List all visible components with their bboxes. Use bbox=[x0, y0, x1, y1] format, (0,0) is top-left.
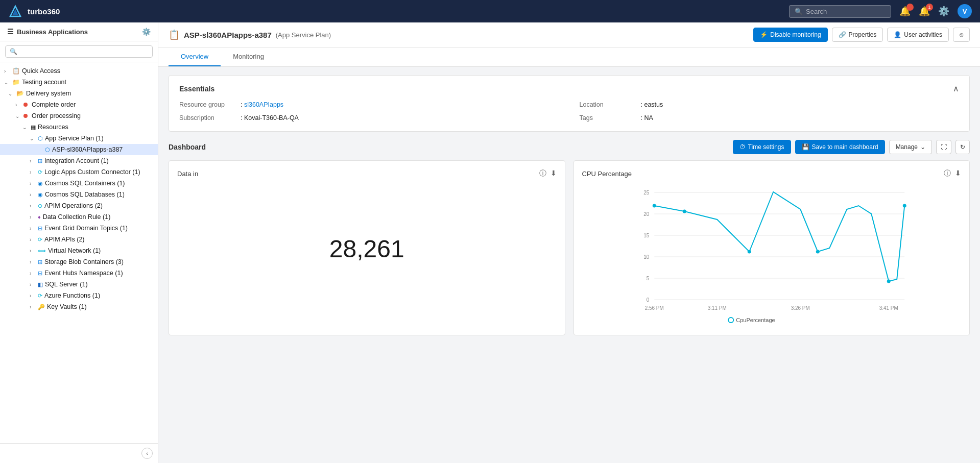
dashboard-header: Dashboard ⏱ Time settings 💾 Save to main… bbox=[169, 140, 970, 154]
download-icon[interactable]: ⬇ bbox=[551, 169, 557, 178]
svg-text:2:56 PM: 2:56 PM bbox=[644, 305, 663, 311]
notifications-icon[interactable]: 🔔 bbox=[899, 6, 911, 17]
sidebar-item-cosmos-sql-databases[interactable]: › ◉ Cosmos SQL Databases (1) bbox=[0, 189, 158, 200]
svg-point-17 bbox=[816, 250, 819, 254]
tree-label: Cosmos SQL Databases (1) bbox=[45, 191, 125, 198]
chevron-icon: › bbox=[30, 293, 36, 299]
sidebar-item-data-collection-rule[interactable]: › ♦ Data Collection Rule (1) bbox=[0, 211, 158, 223]
tree-icon: ⊙ bbox=[38, 203, 42, 209]
chevron-icon: ⌄ bbox=[4, 80, 10, 85]
essentials-panel: Essentials ∧ Resource group : sl360APIap… bbox=[169, 75, 970, 132]
btn-label: Properties bbox=[849, 31, 877, 38]
sidebar-item-complete-order[interactable]: › Complete order bbox=[0, 99, 158, 110]
chevron-icon: ⌄ bbox=[15, 113, 21, 119]
tree-label: Logic Apps Custom Connector (1) bbox=[44, 168, 140, 176]
save-main-dashboard-button[interactable]: 💾 Save to main dashboard bbox=[795, 140, 885, 154]
tree-icon: ⊞ bbox=[38, 259, 42, 265]
properties-button[interactable]: 🔗 Properties bbox=[832, 28, 883, 42]
tree-icon: ⟳ bbox=[38, 293, 42, 299]
chevron-icon: › bbox=[30, 248, 36, 254]
tree-icon: 🔑 bbox=[38, 304, 45, 310]
user-avatar[interactable]: V bbox=[958, 4, 972, 18]
sidebar-search-input[interactable] bbox=[19, 48, 148, 55]
sidebar-item-event-hubs-namespace[interactable]: › ⊟ Event Hubs Namespace (1) bbox=[0, 267, 158, 279]
fullscreen-icon: ⛶ bbox=[941, 143, 947, 151]
fullscreen-button[interactable]: ⛶ bbox=[936, 140, 951, 154]
status-dot-red bbox=[23, 103, 28, 107]
info-icon[interactable]: ⓘ bbox=[944, 169, 951, 178]
sidebar-item-virtual-network[interactable]: › ⟺ Virtual Network (1) bbox=[0, 245, 158, 256]
sidebar-item-cosmos-sql-containers[interactable]: › ◉ Cosmos SQL Containers (1) bbox=[0, 178, 158, 189]
sidebar-item-order-processing[interactable]: ⌄ Order processing bbox=[0, 110, 158, 121]
sidebar-item-sql-server[interactable]: › ◧ SQL Server (1) bbox=[0, 279, 158, 290]
tree-icon: ⊞ bbox=[38, 158, 42, 164]
essentials-label: Subscription bbox=[179, 114, 235, 121]
svg-text:10: 10 bbox=[643, 254, 650, 260]
time-settings-button[interactable]: ⏱ Time settings bbox=[733, 140, 791, 154]
info-icon[interactable]: ⓘ bbox=[539, 169, 546, 178]
turbo360-logo bbox=[8, 4, 22, 18]
collapse-essentials-icon[interactable]: ∧ bbox=[953, 84, 959, 93]
sidebar-item-event-grid-domain-topics[interactable]: › ⊟ Event Grid Domain Topics (1) bbox=[0, 223, 158, 234]
sidebar-item-testing-account[interactable]: ⌄ 📁 Testing account bbox=[0, 77, 158, 88]
refresh-button[interactable]: ↻ bbox=[955, 140, 970, 154]
search-input[interactable] bbox=[806, 8, 886, 15]
svg-text:15: 15 bbox=[643, 233, 650, 238]
chevron-icon: › bbox=[30, 192, 36, 198]
chart-title: CPU Percentage bbox=[582, 170, 632, 178]
user-activities-button[interactable]: 👤 User activities bbox=[887, 28, 949, 42]
tree-label: Data Collection Rule (1) bbox=[43, 213, 111, 221]
essentials-header: Essentials ∧ bbox=[179, 84, 959, 93]
sidebar-item-delivery-system[interactable]: ⌄ 📂 Delivery system bbox=[0, 88, 158, 99]
sidebar-item-resources[interactable]: ⌄ ▦ Resources bbox=[0, 121, 158, 133]
chevron-icon: ⌄ bbox=[8, 91, 14, 96]
tab-monitoring[interactable]: Monitoring bbox=[221, 47, 276, 66]
sidebar-item-quick-access[interactable]: › 📋 Quick Access bbox=[0, 65, 158, 77]
tree-label: Cosmos SQL Containers (1) bbox=[45, 180, 125, 187]
essentials-value-link[interactable]: sl360APIapps bbox=[244, 101, 283, 108]
sidebar-item-azure-functions[interactable]: › ⟳ Azure Functions (1) bbox=[0, 290, 158, 301]
essentials-label: Location bbox=[580, 101, 636, 108]
tree-label: Resources bbox=[38, 124, 68, 131]
settings-icon[interactable]: ⚙️ bbox=[938, 6, 949, 17]
dashboard-title: Dashboard bbox=[169, 143, 206, 151]
sidebar-collapse-button[interactable]: ‹ bbox=[141, 448, 153, 459]
download-icon[interactable]: ⬇ bbox=[955, 169, 961, 178]
alerts-icon[interactable]: 🔔 1 bbox=[919, 6, 930, 17]
sidebar-item-storage-blob-containers[interactable]: › ⊞ Storage Blob Containers (3) bbox=[0, 256, 158, 267]
essentials-grid: Resource group : sl360APIapps Location :… bbox=[179, 100, 959, 123]
manage-button[interactable]: Manage ⌄ bbox=[889, 140, 932, 154]
sidebar-item-apim-apis[interactable]: › ⟳ APIM APIs (2) bbox=[0, 234, 158, 245]
chart-title: Data in bbox=[177, 170, 198, 178]
svg-point-15 bbox=[682, 210, 686, 213]
tab-overview[interactable]: Overview bbox=[169, 47, 221, 66]
essentials-label: Tags bbox=[580, 114, 636, 121]
chevron-icon: › bbox=[30, 304, 36, 310]
btn-label: Time settings bbox=[748, 143, 784, 151]
disable-monitoring-button[interactable]: ⚡ Disable monitoring bbox=[753, 28, 827, 42]
global-search[interactable]: 🔍 bbox=[789, 5, 891, 18]
btn-label: Save to main dashboard bbox=[812, 143, 878, 151]
tab-label: Monitoring bbox=[233, 53, 264, 60]
sidebar-search-box[interactable]: 🔍 bbox=[5, 45, 153, 58]
sidebar-item-integration-account[interactable]: › ⊞ Integration Account (1) bbox=[0, 155, 158, 166]
dashboard-actions: ⏱ Time settings 💾 Save to main dashboard… bbox=[733, 140, 970, 154]
tree-icon: ⊟ bbox=[38, 270, 42, 277]
svg-point-18 bbox=[887, 280, 890, 283]
sidebar-item-key-vaults[interactable]: › 🔑 Key Vaults (1) bbox=[0, 301, 158, 312]
share-button[interactable]: ⎋ bbox=[953, 28, 970, 42]
chevron-icon: ⌄ bbox=[22, 125, 29, 130]
sidebar-item-asp-sl360[interactable]: › ⬡ ASP-sl360APIapps-a387 bbox=[0, 144, 158, 155]
svg-point-14 bbox=[652, 204, 656, 208]
essentials-row-tags: Tags : NA bbox=[580, 113, 960, 123]
sidebar-settings-icon[interactable]: ⚙️ bbox=[142, 28, 151, 36]
sidebar-item-app-service-plan[interactable]: ⌄ ⬡ App Service Plan (1) bbox=[0, 133, 158, 144]
save-icon: 💾 bbox=[802, 143, 809, 151]
sidebar-item-apim-operations[interactable]: › ⊙ APIM Operations (2) bbox=[0, 200, 158, 211]
sidebar-item-logic-apps-connector[interactable]: › ⟳ Logic Apps Custom Connector (1) bbox=[0, 166, 158, 178]
properties-icon: 🔗 bbox=[839, 31, 846, 38]
sidebar-wrapper: ☰ Business Applications ⚙️ 🔍 › 📋 Quick A… bbox=[0, 22, 158, 463]
tree-icon: ⊟ bbox=[38, 225, 42, 232]
tree-label: Event Hubs Namespace (1) bbox=[44, 270, 123, 277]
svg-text:0: 0 bbox=[646, 297, 649, 303]
